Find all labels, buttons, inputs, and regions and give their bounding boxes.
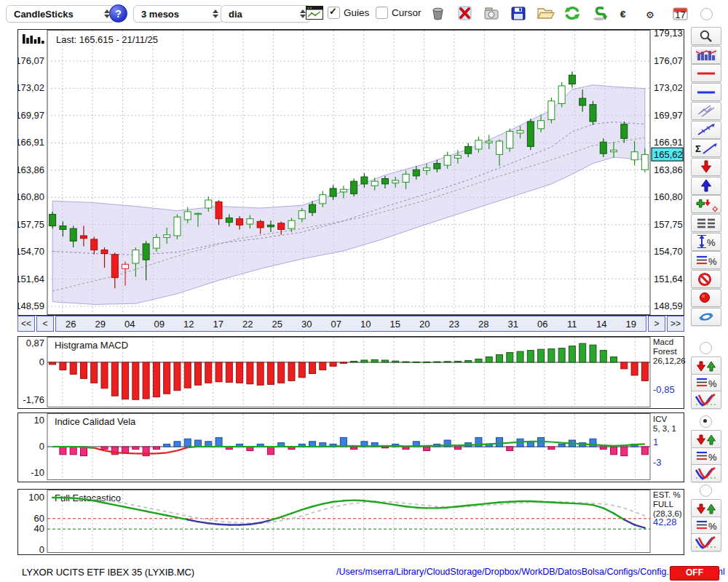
date-label: 20 xyxy=(410,319,440,330)
date-label: 11 xyxy=(558,319,587,330)
cursor-checkbox-group: Cursor xyxy=(376,7,422,19)
svg-text:154,70: 154,70 xyxy=(17,246,44,257)
signal-arrows-button[interactable] xyxy=(691,430,721,448)
toolbar: CandleSticks ? 3 mesos dia Guies xyxy=(0,0,728,26)
curve-icon xyxy=(692,392,720,408)
date-strip[interactable]: 2629040912172225300710152023283106111419 xyxy=(55,316,646,332)
lines-percent-button[interactable]: % xyxy=(691,447,721,466)
red-line-button[interactable] xyxy=(691,64,721,82)
refresh-icon xyxy=(561,5,583,21)
period-select[interactable]: 3 mesos xyxy=(133,5,223,23)
off-button[interactable]: OFF xyxy=(670,566,719,581)
date-label: 19 xyxy=(617,319,646,330)
euro-button[interactable]: € xyxy=(614,2,637,23)
date-label: 23 xyxy=(440,319,470,330)
curve-button[interactable] xyxy=(691,533,721,551)
add-signal-button[interactable] xyxy=(691,195,721,213)
sync-button[interactable] xyxy=(587,2,610,23)
trash-icon xyxy=(427,5,448,21)
zoom-button[interactable] xyxy=(691,27,721,45)
chart-window-button[interactable] xyxy=(306,6,323,20)
signal-arrows-icon xyxy=(692,501,720,517)
svg-text:0: 0 xyxy=(39,544,44,555)
date-label: 31 xyxy=(499,319,529,330)
indicator-chart-button[interactable] xyxy=(691,46,721,64)
toolbar-icon-row: €⚙17 xyxy=(426,2,691,23)
macd-value: -0,85 xyxy=(653,384,684,395)
settings-gear-button[interactable]: ⚙ xyxy=(641,2,664,23)
curve-icon xyxy=(692,535,720,551)
trash-button[interactable] xyxy=(426,2,448,23)
interval-select[interactable]: dia xyxy=(221,5,311,23)
arrow-up-button[interactable] xyxy=(691,177,721,195)
symbol-label: LYXOR UCITS ETF IBEX 35 (LYXIB.MC) xyxy=(22,567,194,578)
nav-last-button[interactable]: >> xyxy=(667,316,684,332)
icv-tools-radio[interactable] xyxy=(700,415,712,428)
app-window: CandleSticks ? 3 mesos dia Guies xyxy=(0,0,728,582)
open-folder-button[interactable] xyxy=(534,2,556,23)
guies-checkbox[interactable] xyxy=(328,7,340,19)
red-line-icon xyxy=(692,65,720,81)
date-label: 04 xyxy=(115,319,145,330)
signal-arrows-icon xyxy=(692,358,720,374)
blue-line-button[interactable] xyxy=(691,83,721,101)
lines-percent-button[interactable]: % xyxy=(691,374,721,392)
nav-prev-button[interactable]: < xyxy=(36,316,54,332)
signal-arrows-icon xyxy=(692,431,720,447)
lines-percent-button[interactable]: % xyxy=(691,251,721,269)
date-label: 29 xyxy=(86,319,116,330)
record-button[interactable] xyxy=(691,289,721,307)
curve-button[interactable] xyxy=(691,464,721,482)
macd-tools-radio[interactable] xyxy=(700,342,712,354)
svg-text:173,02: 173,02 xyxy=(17,82,44,93)
price-chart[interactable]: 176,07176,07173,02173,02169,97169,97166,… xyxy=(17,29,684,316)
date-label: 14 xyxy=(587,319,617,330)
save-button[interactable] xyxy=(507,2,529,23)
levels-button[interactable] xyxy=(691,214,721,232)
lines-percent-icon: % xyxy=(692,517,720,533)
svg-text:10: 10 xyxy=(34,415,44,426)
help-button[interactable]: ? xyxy=(109,4,127,23)
period-value: 3 mesos xyxy=(141,9,208,20)
channel-button[interactable] xyxy=(691,102,721,120)
icv-panel[interactable]: Indice Calidad Vela100-10 xyxy=(17,412,684,482)
forbidden-button[interactable] xyxy=(691,270,721,288)
svg-text:%: % xyxy=(708,521,717,532)
forbidden-icon xyxy=(692,271,720,287)
lines-percent-button[interactable]: % xyxy=(691,517,721,535)
guies-label: Guies xyxy=(344,7,369,18)
add-signal-icon xyxy=(692,196,720,212)
x-axis-nav: << < 26290409121722253007101520232831061… xyxy=(17,316,684,332)
curve-button[interactable] xyxy=(691,391,721,409)
svg-text:154,70: 154,70 xyxy=(654,246,683,257)
cursor-checkbox[interactable] xyxy=(376,7,388,19)
trendline-button[interactable] xyxy=(691,121,721,139)
date-label: 25 xyxy=(263,319,293,330)
arrow-down-button[interactable] xyxy=(691,158,721,176)
date-label: 28 xyxy=(469,319,499,330)
measure-percent-button[interactable]: % xyxy=(691,233,721,251)
svg-text:⚙: ⚙ xyxy=(646,9,654,20)
signal-arrows-button[interactable] xyxy=(691,356,721,375)
nav-first-button[interactable]: << xyxy=(17,316,35,332)
sigma-trendline-button[interactable]: Σ xyxy=(691,139,721,157)
snapshot-button[interactable] xyxy=(480,2,502,23)
chart-type-select[interactable]: CandleSticks xyxy=(6,5,115,23)
svg-text:17: 17 xyxy=(675,9,685,20)
nav-next-button[interactable]: > xyxy=(648,316,665,332)
svg-text:0: 0 xyxy=(39,441,44,452)
svg-text:148,59: 148,59 xyxy=(17,300,44,311)
swap-arrows-button[interactable] xyxy=(691,308,721,326)
lines-percent-icon: % xyxy=(692,375,720,391)
sigma-trendline-icon: Σ xyxy=(692,140,720,156)
delete-button[interactable] xyxy=(453,2,475,23)
svg-text:40: 40 xyxy=(34,523,44,534)
macd-panel[interactable]: Histgrama MACD0,870-1,76 xyxy=(17,336,684,409)
signal-arrows-button[interactable] xyxy=(691,499,721,517)
refresh-button[interactable] xyxy=(561,2,583,23)
stoch-value: 42,28 xyxy=(653,517,684,527)
stoch-tools-radio[interactable] xyxy=(700,485,712,497)
stochastic-panel[interactable]: Full Estocastico10060400 xyxy=(17,489,684,555)
measure-percent-icon: % xyxy=(692,234,720,250)
settings-gear-icon: ⚙ xyxy=(642,5,664,21)
